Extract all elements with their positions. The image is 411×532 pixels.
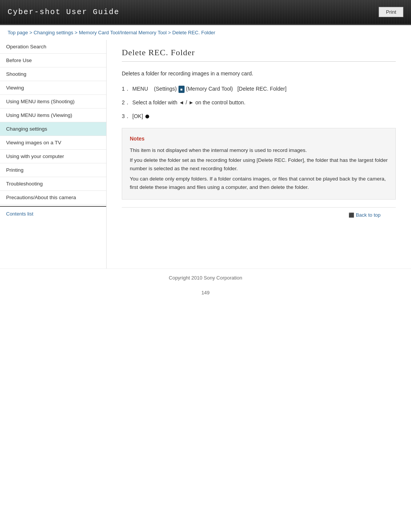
back-to-top-link[interactable]: ⬛ Back to top: [349, 212, 381, 218]
step-2-num: 2．: [122, 98, 130, 107]
back-to-top-label: Back to top: [356, 212, 381, 218]
main-layout: Operation Search Before Use Shooting Vie…: [0, 40, 411, 268]
breadcrumb-changing-settings[interactable]: Changing settings: [33, 30, 73, 35]
step-3-num: 3．: [122, 112, 130, 121]
note-line-1: This item is not displayed when the inte…: [130, 146, 388, 155]
step-1-memory-card-tool: (Memory Card Tool): [186, 85, 233, 94]
step-1-num: 1．: [122, 85, 130, 94]
sidebar-item-viewing-images-tv[interactable]: Viewing images on a TV: [0, 136, 106, 150]
breadcrumb-top-page[interactable]: Top page: [8, 30, 28, 35]
header: Cyber-shot User Guide Print: [0, 0, 411, 25]
bottom-bar: ⬛ Back to top: [122, 207, 396, 222]
page-title: Delete REC. Folder: [122, 48, 396, 62]
step-1-menu: MENU: [132, 85, 148, 94]
ok-dot-icon: [145, 115, 149, 118]
step-2: 2． Select a folder with ◄ / ► on the con…: [122, 98, 396, 107]
sidebar-item-shooting[interactable]: Shooting: [0, 67, 106, 81]
sidebar-item-troubleshooting[interactable]: Troubleshooting: [0, 177, 106, 191]
header-title: Cyber-shot User Guide: [8, 8, 119, 16]
sidebar-item-using-menu-shooting[interactable]: Using MENU items (Shooting): [0, 95, 106, 109]
step-3: 3． [OK]: [122, 112, 396, 121]
sidebar: Operation Search Before Use Shooting Vie…: [0, 40, 107, 268]
back-to-top-icon: ⬛: [349, 212, 354, 218]
breadcrumb-memory-card-tool[interactable]: Memory Card Tool/Internal Memory Tool: [79, 30, 167, 35]
step-3-ok: [OK]: [132, 112, 143, 121]
sidebar-item-before-use[interactable]: Before Use: [0, 54, 106, 67]
sidebar-footer: Contents list: [0, 206, 106, 220]
steps: 1． MENU (Settings) ■ (Memory Card Tool) …: [122, 85, 396, 121]
breadcrumb-delete-rec-folder[interactable]: Delete REC. Folder: [172, 30, 215, 35]
notes-box: Notes This item is not displayed when th…: [122, 128, 396, 200]
note-line-3: You can delete only empty folders. If a …: [130, 175, 388, 192]
note-line-2: If you delete the folder set as the reco…: [130, 156, 388, 173]
description: Deletes a folder for recording images in…: [122, 69, 396, 78]
page-footer: Copyright 2010 Sony Corporation: [0, 268, 411, 287]
step-2-text: Select a folder with ◄ / ► on the contro…: [132, 98, 245, 107]
breadcrumb: Top page > Changing settings > Memory Ca…: [0, 25, 411, 40]
sidebar-item-changing-settings[interactable]: Changing settings: [0, 122, 106, 136]
contents-list-link[interactable]: Contents list: [6, 211, 33, 217]
step-1: 1． MENU (Settings) ■ (Memory Card Tool) …: [122, 85, 396, 94]
sidebar-item-precautions[interactable]: Precautions/About this camera: [0, 191, 106, 204]
sidebar-item-printing[interactable]: Printing: [0, 163, 106, 177]
sidebar-item-using-menu-viewing[interactable]: Using MENU items (Viewing): [0, 109, 106, 122]
page-number: 149: [0, 287, 411, 299]
memory-card-icon: ■: [178, 86, 185, 93]
step-1-settings: (Settings): [148, 85, 177, 94]
content-area: Delete REC. Folder Deletes a folder for …: [107, 40, 411, 268]
sidebar-item-viewing[interactable]: Viewing: [0, 81, 106, 95]
sidebar-item-operation-search[interactable]: Operation Search: [0, 40, 106, 54]
sidebar-item-using-computer[interactable]: Using with your computer: [0, 150, 106, 163]
print-button[interactable]: Print: [379, 7, 403, 17]
copyright: Copyright 2010 Sony Corporation: [169, 275, 242, 281]
step-1-delete-rec: [Delete REC. Folder]: [233, 85, 287, 94]
notes-title: Notes: [130, 134, 388, 143]
